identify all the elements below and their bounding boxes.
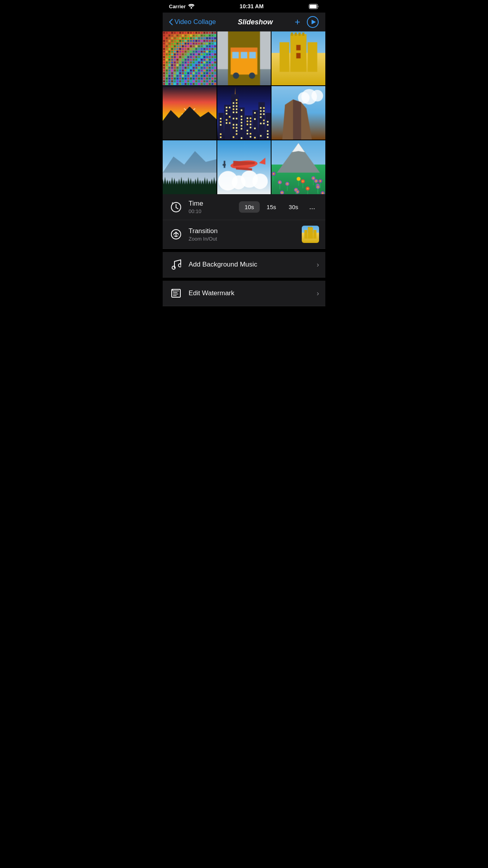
status-right [309, 4, 319, 9]
battery-icon [309, 4, 319, 9]
watermark-control-row[interactable]: Edit Watermark › [163, 281, 325, 306]
photo-cell-mountain-mist[interactable] [163, 140, 216, 194]
status-bar: Carrier 10:31 AM [163, 0, 325, 13]
play-circle-icon [306, 16, 319, 28]
time-control-row: Time 00:10 10s 15s 30s ... [163, 194, 325, 220]
photo-cell-city-night[interactable] [217, 86, 271, 140]
music-icon [169, 257, 183, 272]
status-time: 10:31 AM [240, 3, 264, 9]
transition-label: Transition [189, 227, 302, 235]
time-more-button[interactable]: ... [305, 200, 319, 213]
time-content: Time 00:10 [189, 200, 239, 214]
play-button[interactable] [306, 16, 319, 28]
photo-cell-sunset-mountain[interactable] [163, 86, 216, 140]
svg-rect-2 [310, 5, 317, 8]
watermark-content: Edit Watermark [189, 289, 317, 297]
nav-actions: + [295, 16, 319, 28]
transition-content: Transition Zoom In/Out [189, 227, 302, 242]
svg-point-0 [191, 7, 192, 9]
back-button[interactable]: Video Collage [169, 18, 216, 26]
chevron-left-icon [169, 19, 173, 25]
divider-2 [163, 278, 325, 281]
transition-control-row[interactable]: Transition Zoom In/Out [163, 220, 325, 249]
time-label: Time [189, 200, 239, 208]
photo-cell-rock-formation[interactable] [272, 86, 325, 140]
add-icon: + [295, 17, 300, 28]
photo-cell-sand-castle[interactable] [272, 31, 325, 85]
photo-cell-matterhorn[interactable] [272, 140, 325, 194]
watermark-label: Edit Watermark [189, 289, 317, 297]
photo-grid [163, 31, 325, 194]
time-btn-10s[interactable]: 10s [239, 201, 259, 213]
music-control-row[interactable]: Add Background Music › [163, 252, 325, 278]
add-button[interactable]: + [295, 17, 300, 28]
time-sublabel: 00:10 [189, 208, 239, 214]
photo-cell-city-aerial[interactable] [163, 31, 216, 85]
carrier-label: Carrier [169, 4, 186, 9]
svg-marker-4 [312, 20, 316, 24]
nav-bar: Video Collage Slideshow + [163, 13, 325, 31]
transition-icon [169, 227, 183, 241]
time-options: 10s 15s 30s ... [239, 200, 319, 213]
transition-thumbnail [302, 226, 319, 243]
music-chevron: › [317, 261, 319, 269]
controls-section: Time 00:10 10s 15s 30s ... Transition Zo… [163, 194, 325, 306]
transition-sublabel: Zoom In/Out [189, 236, 302, 242]
page-title: Slideshow [238, 18, 273, 26]
music-label: Add Background Music [189, 261, 317, 268]
music-content: Add Background Music [189, 261, 317, 268]
time-btn-15s[interactable]: 15s [261, 201, 282, 213]
wifi-icon [188, 4, 194, 9]
watermark-icon [169, 286, 183, 300]
time-icon [169, 200, 183, 214]
divider-1 [163, 249, 325, 252]
photo-cell-tram-street[interactable] [217, 31, 271, 85]
watermark-chevron: › [317, 289, 319, 298]
photo-cell-biplane[interactable] [217, 140, 271, 194]
back-label: Video Collage [174, 18, 216, 26]
time-btn-30s[interactable]: 30s [283, 201, 304, 213]
status-left: Carrier [169, 4, 194, 9]
